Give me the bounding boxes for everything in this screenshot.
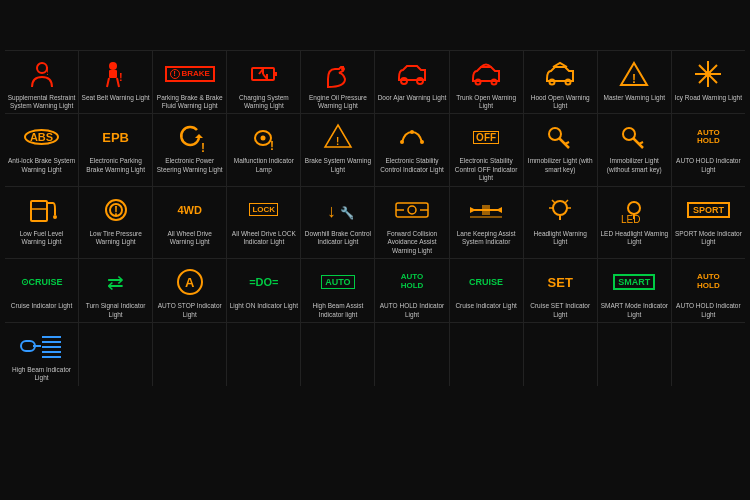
cell-label-2-3: All Wheel Drive LOCK Indicator Light [229, 230, 298, 247]
svg-rect-68 [33, 345, 41, 347]
svg-text:!: ! [632, 72, 636, 86]
cell-0-4: Engine Oil Pressure Warning Light [301, 51, 375, 114]
grid-row-3: ⊙CRUISECruise Indicator Light⇄Turn Signa… [5, 258, 745, 322]
cell-2-1: !Low Tire Pressure Warning Light [79, 187, 153, 258]
cell-4-7 [524, 323, 598, 386]
cell-4-0: High Beam Indicator Light [5, 323, 79, 386]
cell-label-0-1: Seat Belt Warning Light [82, 94, 150, 102]
cell-label-1-5: Electronic Stability Control Indicator L… [377, 157, 446, 174]
cell-1-3: !Malfunction Indicator Lamp [227, 114, 301, 185]
cell-3-6: CRUISECruise Indicator Light [450, 259, 524, 322]
cell-label-3-0: Cruise Indicator Light [11, 302, 72, 310]
cell-label-3-8: SMART Mode Indicator Light [600, 302, 669, 319]
cell-label-2-8: LED Headlight Warning Light [600, 230, 669, 247]
cell-label-4-0: High Beam Indicator Light [7, 366, 76, 383]
cell-3-1: ⇄Turn Signal Indicator Light [79, 259, 153, 322]
svg-rect-3 [109, 70, 117, 78]
cell-1-9: AUTOHOLDAUTO HOLD Indicator Light [672, 114, 745, 185]
svg-marker-56 [496, 207, 502, 213]
cell-label-2-5: Forward Collision Avoidance Assist Warni… [377, 230, 446, 255]
svg-point-64 [628, 202, 640, 214]
cell-label-3-4: High Beam Assist Indicator light [303, 302, 372, 319]
cell-label-3-5: AUTO HOLD Indicator Light [377, 302, 446, 319]
cell-label-0-4: Engine Oil Pressure Warning Light [303, 94, 372, 111]
cell-label-1-4: Brake System Warning Light [303, 157, 372, 174]
cell-label-2-4: Downhill Brake Control Indicator Light [303, 230, 372, 247]
cell-4-1 [79, 323, 153, 386]
cell-1-8: Immobilizer Light (without smart key) [598, 114, 672, 185]
svg-line-4 [107, 78, 109, 87]
cell-label-0-9: Icy Road Warning Light [675, 94, 742, 102]
cell-2-6: Lane Keeping Assist System Indicator [450, 187, 524, 258]
cell-0-3: Charging System Warning Light [227, 51, 301, 114]
cell-2-9: SPORTSPORT Mode Indicator Light [672, 187, 745, 258]
svg-text:↓: ↓ [327, 201, 336, 221]
cell-2-7: Headlight Warning Light [524, 187, 598, 258]
svg-line-37 [565, 142, 569, 144]
cell-label-0-2: Parking Brake & Brake Fluid Warning Ligh… [155, 94, 224, 111]
cell-2-8: LEDLED Headlight Warning Light [598, 187, 672, 258]
svg-line-62 [552, 200, 555, 203]
cell-0-0: !Supplemental Restraint System Warning L… [5, 51, 79, 114]
svg-point-25 [705, 71, 711, 77]
cell-label-1-0: Anti-lock Brake System Warning Light [7, 157, 76, 174]
svg-point-32 [410, 130, 414, 134]
symbols-grid: !Supplemental Restraint System Warning L… [5, 50, 745, 386]
cell-label-3-1: Turn Signal Indicator Light [81, 302, 150, 319]
cell-label-2-6: Lane Keeping Assist System Indicator [452, 230, 521, 247]
cell-0-5: Door Ajar Warning Light [375, 51, 449, 114]
cell-0-6: Trunk Open Warning Light [450, 51, 524, 114]
cell-label-1-2: Electronic Power Steering Warning Light [155, 157, 224, 174]
cell-label-0-0: Supplemental Restraint System Warning Li… [7, 94, 76, 111]
svg-line-63 [565, 200, 568, 203]
grid-row-4: High Beam Indicator Light [5, 322, 745, 386]
svg-text:!: ! [201, 141, 205, 152]
svg-point-2 [109, 62, 117, 70]
svg-rect-67 [21, 341, 35, 351]
cell-label-2-1: Low Tire Pressure Warning Light [81, 230, 150, 247]
svg-rect-41 [31, 201, 47, 221]
cell-4-5 [375, 323, 449, 386]
cell-0-2: !BRAKEParking Brake & Brake Fluid Warnin… [153, 51, 227, 114]
cell-label-1-3: Malfunction Indicator Lamp [229, 157, 298, 174]
cell-0-1: !Seat Belt Warning Light [79, 51, 153, 114]
cell-1-0: ABSAnti-lock Brake System Warning Light [5, 114, 79, 185]
cell-3-4: AUTOHigh Beam Assist Indicator light [301, 259, 375, 322]
grid-row-0: !Supplemental Restraint System Warning L… [5, 50, 745, 114]
cell-4-8 [598, 323, 672, 386]
cell-1-2: !Electronic Power Steering Warning Light [153, 114, 227, 185]
cell-4-2 [153, 323, 227, 386]
cell-4-4 [301, 323, 375, 386]
cell-label-3-9: AUTO HOLD Indicator Light [674, 302, 743, 319]
cell-label-2-0: Low Fuel Level Warning Light [7, 230, 76, 247]
grid-row-1: ABSAnti-lock Brake System Warning LightE… [5, 113, 745, 185]
cell-3-0: ⊙CRUISECruise Indicator Light [5, 259, 79, 322]
cell-2-5: Forward Collision Avoidance Assist Warni… [375, 187, 449, 258]
svg-text:!: ! [46, 66, 49, 77]
svg-line-40 [639, 142, 643, 144]
cell-3-3: =DO=Light ON Indicator Light [227, 259, 301, 322]
cell-label-1-7: Immobilizer Light (with smart key) [526, 157, 595, 174]
cell-label-0-7: Hood Open Warning Light [526, 94, 595, 111]
cell-label-2-2: All Wheel Drive Warning Light [155, 230, 224, 247]
svg-text:!: ! [336, 136, 339, 147]
cell-4-9 [672, 323, 745, 386]
grid-row-2: Low Fuel Level Warning Light!Low Tire Pr… [5, 186, 745, 258]
svg-point-43 [53, 215, 57, 219]
cell-1-4: !Brake System Warning Light [301, 114, 375, 185]
svg-text:!: ! [270, 139, 274, 152]
cell-label-3-7: Cruise SET Indicator Light [526, 302, 595, 319]
svg-marker-26 [195, 134, 203, 138]
cell-3-8: SMARTSMART Mode Indicator Light [598, 259, 672, 322]
svg-text:!: ! [114, 204, 118, 218]
cell-label-0-5: Door Ajar Warning Light [378, 94, 447, 102]
cell-label-2-7: Headlight Warning Light [526, 230, 595, 247]
cell-label-1-9: AUTO HOLD Indicator Light [674, 157, 743, 174]
svg-text:!: ! [119, 71, 123, 83]
svg-point-34 [420, 140, 424, 144]
cell-label-3-2: AUTO STOP Indicator Light [155, 302, 224, 319]
cell-2-0: Low Fuel Level Warning Light [5, 187, 79, 258]
svg-point-33 [400, 140, 404, 144]
svg-marker-55 [470, 207, 476, 213]
cell-label-1-1: Electronic Parking Brake Warning Light [81, 157, 150, 174]
